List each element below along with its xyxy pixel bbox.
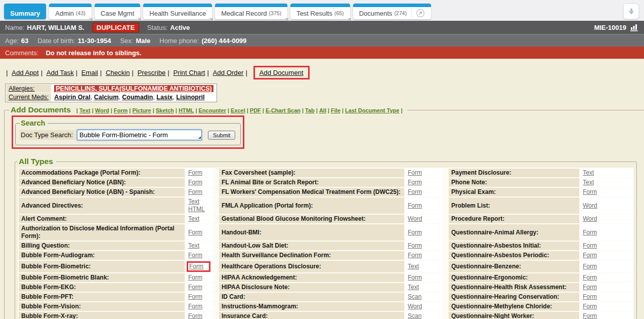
doc-format-link[interactable]: Form (408, 202, 422, 209)
open-in-new-window-icon[interactable] (411, 9, 425, 18)
quick-link-pdf[interactable]: PDF (250, 107, 261, 113)
doc-type-label: Questionnaire-Health Risk Assessment: (449, 283, 579, 292)
doc-format-link[interactable]: Text (188, 198, 199, 205)
doc-format-link[interactable]: Form (188, 229, 202, 236)
action-link-email[interactable]: Email (81, 69, 98, 76)
quick-link-tab[interactable]: Tab (305, 107, 315, 113)
tab-count: (43) (76, 10, 85, 16)
action-link-print-chart[interactable]: Print Chart (173, 69, 205, 76)
doc-format-link[interactable]: Scan (408, 312, 421, 319)
tab-bar-tabs: SummaryAdmin(43)Case MgmtHealth Surveill… (4, 4, 431, 19)
doc-format-link[interactable]: Text (583, 169, 594, 176)
med-link[interactable]: Calcium (94, 94, 119, 101)
doc-format-link[interactable]: Form (408, 179, 422, 186)
doc-format-link[interactable]: Form (408, 188, 422, 195)
doc-format-link[interactable]: Text (408, 284, 419, 291)
doc-format-link[interactable]: Form (188, 252, 202, 259)
action-link-add-task[interactable]: Add Task (47, 69, 74, 76)
phone-label: Home phone: (159, 37, 199, 45)
doc-format-link[interactable]: Form (583, 303, 597, 310)
quick-link-last-document-type[interactable]: Last Document Type (345, 107, 399, 113)
med-link[interactable]: Lisinopril (176, 94, 204, 101)
doc-format-link[interactable]: Form (188, 274, 202, 281)
doc-format-link[interactable]: Text (583, 179, 594, 186)
doc-format-link[interactable]: Form (188, 312, 202, 319)
doc-format-link[interactable]: Scan (408, 293, 421, 300)
quick-link-e-chart-scan[interactable]: E-Chart Scan (266, 107, 300, 113)
doc-format-cell: Form (186, 293, 213, 301)
doc-format-link[interactable]: Form (583, 312, 597, 319)
doc-type-label: Handout-BMI: (219, 224, 404, 241)
doc-format-link[interactable]: Form (188, 169, 202, 176)
download-button[interactable] (623, 4, 639, 19)
doc-type-search-input[interactable] (77, 130, 202, 140)
tab-health-surveillance[interactable]: Health Surveillance (143, 4, 212, 19)
column-gap (444, 293, 448, 301)
patient-age: 63 (21, 37, 28, 45)
quick-link-all[interactable]: All (319, 107, 326, 113)
doc-format-link[interactable]: Form (583, 252, 597, 259)
doc-format-link[interactable]: Form (583, 242, 597, 249)
doc-format-link[interactable]: Form (583, 274, 597, 281)
doc-format-link[interactable]: Text (188, 215, 199, 222)
action-link-checkin[interactable]: Checkin (106, 69, 130, 76)
quick-link-word[interactable]: Word (95, 107, 109, 113)
action-link-add-order[interactable]: Add Order (213, 69, 244, 76)
doc-format-link[interactable]: HTML (188, 206, 205, 213)
doc-format-link[interactable]: Word (583, 215, 597, 222)
quick-link-sketch[interactable]: Sketch (156, 107, 174, 113)
doc-format-link[interactable]: Form (583, 229, 597, 236)
action-link-add-document[interactable]: Add Document (260, 69, 304, 76)
doc-format-link[interactable]: Form (188, 284, 202, 291)
doc-format-link[interactable]: Form (583, 293, 597, 300)
table-row: Bubble Form-PFT:FormID Card:ScanQuestion… (19, 293, 633, 301)
doc-format-link[interactable]: Form (408, 169, 422, 176)
tab-admin[interactable]: Admin(43) (49, 4, 92, 19)
action-link-add-appt[interactable]: Add Appt (12, 69, 39, 76)
doc-format-link[interactable]: Form (188, 303, 202, 310)
doc-format-link[interactable]: Form (188, 188, 202, 195)
tab-test-results[interactable]: Test Results(65) (290, 4, 350, 19)
doc-format-link[interactable]: Form (583, 284, 597, 291)
doc-format-link[interactable]: Form (188, 293, 202, 300)
doc-format-link[interactable]: Form (408, 252, 422, 259)
quick-link-encounter[interactable]: Encounter (199, 107, 226, 113)
action-separator: | (6, 69, 10, 76)
doc-format-link[interactable]: Word (408, 215, 422, 222)
annotation-form-link: Form (187, 261, 210, 272)
doc-format-link[interactable]: Word (583, 202, 597, 209)
med-link[interactable]: Aspirin Oral (54, 94, 91, 101)
doc-format-link[interactable]: Form (408, 242, 422, 249)
quick-link-text[interactable]: Text (79, 107, 91, 113)
doc-format-link[interactable]: Form (583, 188, 597, 195)
chart-stats-icon[interactable] (630, 24, 639, 31)
allergies-link[interactable]: Allergies: (9, 85, 34, 92)
doc-format-link[interactable]: Form (189, 263, 203, 270)
search-title: Search (20, 119, 48, 127)
quick-link-excel[interactable]: Excel (231, 107, 245, 113)
tab-case-mgmt[interactable]: Case Mgmt (95, 4, 140, 19)
doc-format-link[interactable]: Form (408, 274, 422, 281)
doc-format-link[interactable]: Text (408, 263, 419, 270)
doc-format-link[interactable]: Text (188, 242, 199, 249)
doc-type-label: Problem List: (449, 197, 579, 214)
med-link[interactable]: Coumadin (122, 94, 153, 101)
tab-documents[interactable]: Documents(274) (353, 4, 431, 19)
doc-type-label: Bubble Form-EKG: (19, 283, 185, 292)
current-meds-link[interactable]: Current Meds: (9, 94, 49, 101)
doc-format-link[interactable]: Word (408, 303, 422, 310)
doc-format-link[interactable]: Form (188, 179, 202, 186)
doc-format-link[interactable]: Form (583, 263, 597, 270)
quick-link-picture[interactable]: Picture (132, 107, 151, 113)
doc-format-link[interactable]: Form (408, 229, 422, 236)
tab-summary[interactable]: Summary (4, 4, 46, 19)
tab-medical-record[interactable]: Medical Record(375) (215, 4, 287, 19)
med-link[interactable]: Lasix (156, 94, 173, 101)
quick-link-form[interactable]: Form (114, 107, 128, 113)
quick-link-file[interactable]: File (331, 107, 340, 113)
allergy-values[interactable]: PENICILLINS, SULFA(SULFONAMIDE ANTIBIOTI… (54, 85, 213, 92)
doc-format-cell: Form (580, 302, 633, 311)
quick-link-html[interactable]: HTML (179, 107, 194, 113)
action-link-prescribe[interactable]: Prescribe (138, 69, 166, 76)
submit-button[interactable]: Submit (208, 131, 235, 140)
